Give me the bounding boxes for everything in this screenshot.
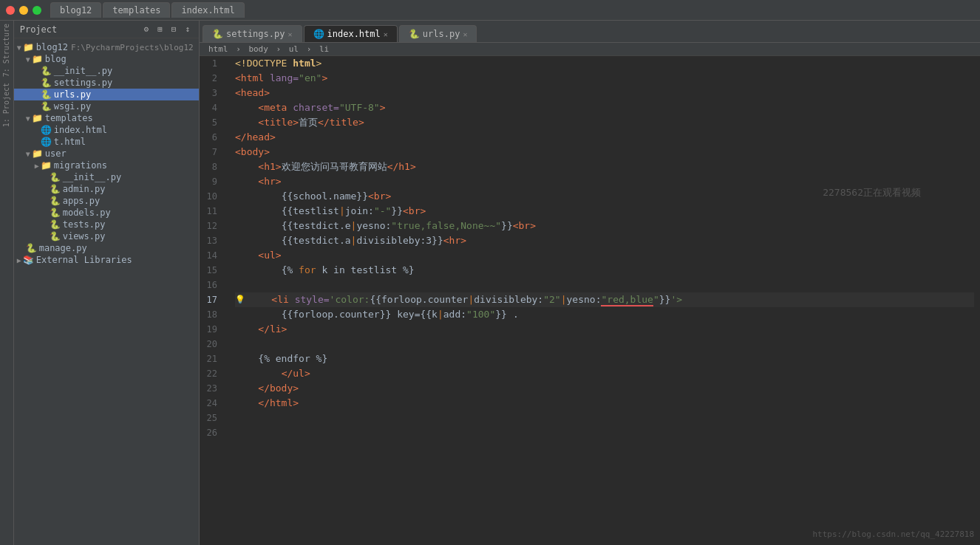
title-tab-templates[interactable]: templates bbox=[103, 2, 170, 18]
title-tab-index-label: index.html bbox=[181, 5, 234, 16]
ln-9: 9 bbox=[200, 174, 223, 189]
l13-indent bbox=[235, 233, 282, 248]
ln-5: 5 bbox=[200, 115, 223, 130]
ln-2: 2 bbox=[200, 71, 223, 86]
l4-attr-val-utf8: "UTF-8" bbox=[339, 100, 380, 115]
maximize-button[interactable] bbox=[33, 6, 41, 15]
window-controls bbox=[6, 6, 41, 15]
panel-title: Project bbox=[20, 24, 138, 35]
sort-btn[interactable]: ↕ bbox=[182, 24, 193, 35]
html-icon-index: 🌐 bbox=[41, 125, 52, 135]
ln-7: 7 bbox=[200, 145, 223, 160]
l18-indent bbox=[235, 307, 282, 322]
tree-item-settings[interactable]: 🐍 settings.py bbox=[14, 77, 199, 89]
minimize-button[interactable] bbox=[19, 6, 28, 15]
tree-item-models[interactable]: 🐍 models.py bbox=[14, 207, 199, 219]
settings-btn[interactable]: ⚙ bbox=[141, 24, 152, 35]
tree-item-blog12[interactable]: ▼ 📁 blog12 F:\PycharmProjects\blog12 bbox=[14, 41, 199, 53]
tree-item-external[interactable]: ▶ 📚 External Libraries bbox=[14, 254, 199, 266]
tree-label-wsgi: wsgi.py bbox=[54, 101, 92, 112]
arrow-blog[interactable]: ▼ bbox=[26, 55, 30, 64]
tree-label-blog: blog bbox=[45, 54, 67, 64]
ln-3: 3 bbox=[200, 86, 223, 100]
tab-settings-close[interactable]: ✕ bbox=[287, 30, 292, 38]
tab-index-html[interactable]: 🌐 index.html ✕ bbox=[304, 25, 398, 42]
l5-title-close: </title> bbox=[318, 115, 364, 130]
arrow-external[interactable]: ▶ bbox=[17, 256, 21, 264]
ln-8: 8 bbox=[200, 160, 223, 174]
tab-urls-close[interactable]: ✕ bbox=[463, 30, 467, 38]
ln-1: 1 bbox=[200, 56, 223, 71]
project-label[interactable]: 1: Project bbox=[2, 83, 10, 127]
tree-item-init-blog[interactable]: 🐍 __init__.py bbox=[14, 65, 199, 77]
tab-urls[interactable]: 🐍 urls.py ✕ bbox=[399, 25, 477, 42]
l23-body-close: </body> bbox=[258, 381, 299, 396]
tree-item-wsgi[interactable]: 🐍 wsgi.py bbox=[14, 100, 199, 112]
panel-toolbar: Project ⚙ ⊞ ⊟ ↕ bbox=[14, 21, 199, 38]
py-icon-manage: 🐍 bbox=[26, 243, 37, 253]
tree-label-templates: templates bbox=[45, 113, 93, 123]
tree-label-init-user: __init__.py bbox=[63, 172, 121, 182]
py-icon-init-blog: 🐍 bbox=[41, 66, 52, 76]
l2-attr-lang: lang= bbox=[270, 71, 299, 86]
ln-19: 19 bbox=[200, 322, 223, 337]
py-icon-urls: 🐍 bbox=[41, 89, 52, 100]
l18-var: {{forloop.counter}} key={{k|add:"100"}} bbox=[282, 307, 507, 322]
tree-item-index-html[interactable]: 🌐 index.html bbox=[14, 124, 199, 136]
arrow-migrations[interactable]: ▶ bbox=[35, 162, 39, 170]
expand-btn[interactable]: ⊞ bbox=[154, 24, 166, 35]
py-icon-admin: 🐍 bbox=[50, 184, 61, 194]
tree-item-tests[interactable]: 🐍 tests.py bbox=[14, 219, 199, 230]
code-line-7: <body> bbox=[235, 145, 974, 160]
tree-label-settings: settings.py bbox=[54, 78, 112, 88]
arrow-user[interactable]: ▼ bbox=[26, 150, 30, 158]
code-line-5: <title>首页</title> bbox=[235, 115, 974, 130]
tree-item-apps[interactable]: 🐍 apps.py bbox=[14, 195, 199, 207]
tab-settings[interactable]: 🐍 settings.py ✕ bbox=[203, 25, 302, 42]
code-line-25 bbox=[235, 411, 974, 425]
close-button[interactable] bbox=[6, 6, 15, 15]
l17-gutter-icon: 💡 bbox=[235, 292, 245, 307]
arrow-blog12[interactable]: ▼ bbox=[17, 44, 21, 52]
tab-index-label: index.html bbox=[327, 29, 381, 39]
tree-item-manage[interactable]: 🐍 manage.py bbox=[14, 242, 199, 254]
l22-indent bbox=[235, 366, 282, 381]
l7-body-open: <body> bbox=[235, 145, 270, 160]
tree-label-index-html: index.html bbox=[54, 125, 107, 135]
l4-meta: <meta bbox=[258, 100, 293, 115]
ln-24: 24 bbox=[200, 396, 223, 411]
tree-item-views[interactable]: 🐍 views.py bbox=[14, 230, 199, 242]
collapse-btn[interactable]: ⊟ bbox=[169, 24, 180, 35]
tree-item-templates[interactable]: ▼ 📁 templates bbox=[14, 112, 199, 124]
tab-index-close[interactable]: ✕ bbox=[384, 30, 388, 38]
tree-item-urls[interactable]: 🐍 urls.py bbox=[14, 89, 199, 100]
tree-item-admin[interactable]: 🐍 admin.py bbox=[14, 183, 199, 195]
tree-item-blog[interactable]: ▼ 📁 blog bbox=[14, 53, 199, 65]
editor-content[interactable]: 1 2 3 4 5 6 7 8 9 10 11 12 13 14 15 16 1… bbox=[200, 56, 980, 545]
sep-3: › bbox=[307, 44, 312, 54]
ln-12: 12 bbox=[200, 219, 223, 233]
arrow-templates[interactable]: ▼ bbox=[26, 114, 30, 123]
tree-item-t-html[interactable]: 🌐 t.html bbox=[14, 136, 199, 148]
tree-item-init-user[interactable]: 🐍 __init__.py bbox=[14, 171, 199, 183]
ln-17: 17 bbox=[200, 292, 223, 307]
l6-head-close: </head> bbox=[235, 130, 276, 145]
tree-label-views: views.py bbox=[63, 231, 106, 241]
doctype-html: html bbox=[293, 56, 316, 71]
tree-item-user[interactable]: ▼ 📁 user bbox=[14, 148, 199, 160]
structure-label[interactable]: 7: Structure bbox=[2, 24, 10, 77]
code-line-12: {{testdict.e|yesno:"true,false,None~~"}}… bbox=[235, 219, 974, 233]
folder-icon-blog12: 📁 bbox=[23, 42, 34, 52]
l17-style-close: '> bbox=[670, 292, 682, 307]
ln-26: 26 bbox=[200, 425, 223, 440]
tree-label-models: models.py bbox=[63, 208, 111, 218]
code-line-1: <!DOCTYPE html> bbox=[235, 56, 974, 71]
ln-11: 11 bbox=[200, 204, 223, 219]
title-tab-index[interactable]: index.html bbox=[171, 2, 244, 18]
ln-23: 23 bbox=[200, 381, 223, 396]
tree-item-migrations[interactable]: ▶ 📁 migrations bbox=[14, 160, 199, 171]
l11-indent bbox=[235, 204, 282, 219]
title-tab-blog12[interactable]: blog12 bbox=[50, 2, 101, 18]
code-line-13: {{testdict.a|divisibleby:3}}<hr> bbox=[235, 233, 974, 248]
code-line-3: <head> bbox=[235, 86, 974, 100]
